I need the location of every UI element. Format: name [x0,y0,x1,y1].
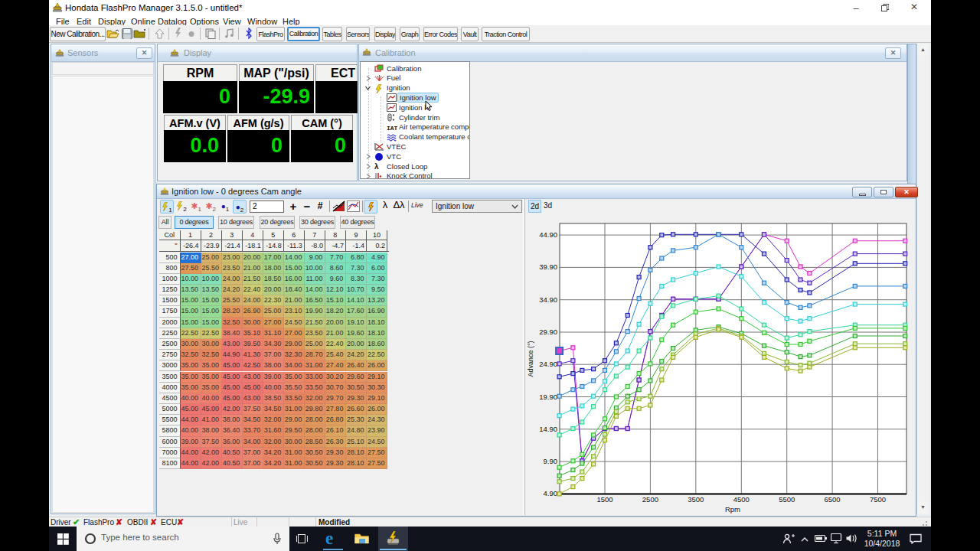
svg-text:2500: 2500 [642,495,658,504]
svg-text:19.90: 19.90 [539,393,557,401]
svg-text:29.90: 29.90 [539,328,557,336]
svg-text:34.90: 34.90 [539,295,557,304]
svg-text:44.90: 44.90 [539,230,557,239]
svg-text:14.90: 14.90 [539,425,557,433]
svg-text:1500: 1500 [596,495,612,504]
svg-text:39.90: 39.90 [539,262,557,271]
svg-text:4.90: 4.90 [544,489,558,497]
svg-text:Rpm: Rpm [725,505,740,514]
svg-text:6500: 6500 [825,495,841,504]
svg-text:3500: 3500 [688,495,704,504]
svg-text:4500: 4500 [733,495,750,504]
svg-text:Advance (°): Advance (°) [527,341,534,377]
svg-text:5500: 5500 [779,495,795,504]
svg-text:9.90: 9.90 [544,457,558,465]
svg-text:7500: 7500 [870,495,886,504]
svg-text:24.90: 24.90 [539,360,557,368]
